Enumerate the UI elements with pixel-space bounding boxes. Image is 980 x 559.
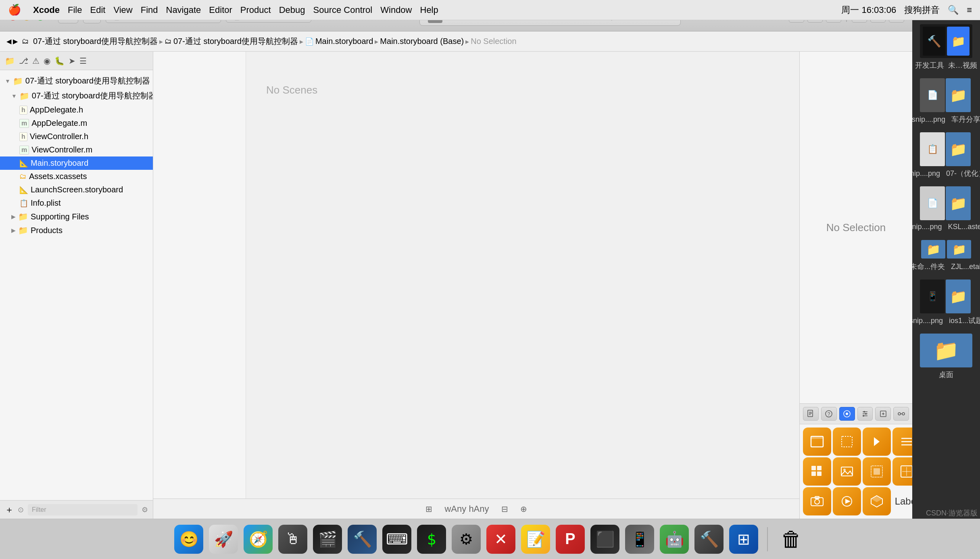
file-icon-h2: h: [19, 132, 27, 141]
dock-xmind[interactable]: ✕: [486, 525, 515, 554]
menu-debug[interactable]: Debug: [279, 5, 305, 15]
storyboard-bottom-bar: ⊞ wAny hAny ⊟ ⊕: [153, 499, 799, 519]
file-viewcontroller-m[interactable]: m ViewController.m: [0, 143, 153, 156]
dock-iphone-backup[interactable]: 📱: [625, 525, 654, 554]
file-launchscreen[interactable]: 📐 LaunchScreen.storyboard: [0, 183, 153, 196]
lib-container-view[interactable]: [863, 457, 891, 486]
search-filter-input[interactable]: Filter: [28, 504, 138, 515]
storyboard-editor: No Scenes ⊞ wAny hAny ⊟ ⊕: [153, 52, 799, 519]
lib-view-controller[interactable]: [803, 428, 831, 456]
gear-icon[interactable]: ⚙: [142, 505, 148, 514]
lib-table-view[interactable]: [892, 428, 912, 456]
desktop-item-ios1[interactable]: 📱 📁 snip....png ios1...试题: [912, 275, 980, 330]
dock-safari[interactable]: 🧭: [244, 525, 273, 554]
log-icon[interactable]: ☰: [79, 56, 87, 66]
lib-scenekit[interactable]: [863, 487, 891, 515]
breadcrumb-nav-left[interactable]: ◀: [6, 38, 11, 45]
menu-find[interactable]: Find: [141, 5, 158, 15]
lib-label-item[interactable]: Label: [892, 487, 912, 515]
debug-icon[interactable]: 🐛: [54, 56, 65, 66]
storyboard-canvas[interactable]: No Scenes: [246, 52, 799, 499]
warning-icon[interactable]: ⚠: [32, 56, 40, 66]
file-main-storyboard[interactable]: 📐 Main.storyboard: [0, 156, 153, 170]
size-inspector-tab[interactable]: [875, 407, 891, 421]
dock-xcode[interactable]: 🔨: [348, 525, 377, 554]
tree-root[interactable]: ▼ 📁 07-通过 storyboard使用导航控制器: [0, 73, 153, 88]
dock-pp-assistant[interactable]: P: [556, 525, 585, 554]
quick-help-tab[interactable]: ?: [821, 407, 837, 421]
svg-point-44: [843, 469, 846, 471]
dock-blackberry[interactable]: ⬛: [590, 525, 619, 554]
menubar-search-icon[interactable]: 🔍: [948, 5, 959, 15]
breakpoint-icon[interactable]: ➤: [69, 56, 75, 66]
dock-scripter[interactable]: ⌨: [382, 525, 411, 554]
menu-source-control[interactable]: Source Control: [313, 5, 373, 15]
dock-trash[interactable]: 🗑: [777, 525, 806, 554]
file-appdelegate-m[interactable]: m AppDelegate.m: [0, 117, 153, 130]
breadcrumb-item-2[interactable]: 07-通过 storyboard使用导航控制器: [173, 36, 298, 47]
filter-icon[interactable]: ⊙: [18, 505, 24, 514]
connections-inspector-tab[interactable]: [893, 407, 909, 421]
breadcrumb-item-1[interactable]: 07-通过 storyboard使用导航控制器: [33, 36, 158, 47]
constraints-icon[interactable]: ⊟: [501, 504, 508, 514]
menu-file[interactable]: File: [68, 5, 82, 15]
menu-navigate[interactable]: Navigate: [166, 5, 201, 15]
dock-terminal[interactable]: $: [417, 525, 446, 554]
breadcrumb-item-3[interactable]: Main.storyboard: [315, 37, 373, 46]
branch-icon[interactable]: ⎇: [19, 56, 28, 66]
dock-system-prefs[interactable]: ⚙: [452, 525, 481, 554]
dock-qreate[interactable]: ⊞: [729, 525, 758, 554]
dock-android[interactable]: 🤖: [660, 525, 689, 554]
folder-products[interactable]: ▶ 📁 Products: [0, 223, 153, 237]
folder-supporting-files[interactable]: ▶ 📁 Supporting Files: [0, 210, 153, 223]
add-file-button[interactable]: ＋: [5, 504, 14, 516]
dock-quicktime[interactable]: 🎬: [313, 525, 342, 554]
file-inspector-tab[interactable]: [803, 407, 819, 421]
desktop-item-devtools[interactable]: 🔨 📁 开发工具 未…视频: [912, 20, 980, 74]
dock-notes[interactable]: 📝: [521, 525, 550, 554]
menu-view[interactable]: View: [113, 5, 132, 15]
zoom-icon[interactable]: ⊕: [520, 504, 527, 514]
lib-image-view[interactable]: [833, 457, 861, 486]
desktop-item-07[interactable]: 📋 📁 snip....png 07-（优化）: [912, 128, 980, 182]
desktop-item-ksl[interactable]: 📄 📁 snip....png KSL...aster: [912, 182, 980, 235]
dock-finder[interactable]: 😊: [174, 525, 203, 554]
menu-editor[interactable]: Editor: [209, 5, 232, 15]
attributes-inspector-tab[interactable]: [857, 407, 873, 421]
svg-rect-42: [817, 471, 822, 476]
desktop-item-folder1[interactable]: 📁 📁 未命...件夹 ZJL...etail: [912, 235, 980, 275]
lib-media-player[interactable]: [833, 487, 861, 515]
menu-product[interactable]: Product: [240, 5, 271, 15]
menubar-input-method[interactable]: 搜狗拼音: [904, 4, 940, 16]
menu-help[interactable]: Help: [420, 5, 438, 15]
dock-launchpad[interactable]: 🚀: [209, 525, 238, 554]
apple-menu[interactable]: 🍎: [8, 4, 21, 16]
menubar-menu-icon[interactable]: ≡: [967, 5, 972, 15]
desktop-item-chetan[interactable]: 📄 📁 snip....png 车丹分享: [912, 74, 980, 128]
lib-selection[interactable]: [833, 428, 861, 456]
file-assets[interactable]: 🗂 Assets.xcassets: [0, 170, 153, 183]
view-options-icon[interactable]: ⊞: [425, 504, 432, 514]
dock-mouse[interactable]: 🖱: [278, 525, 307, 554]
menu-edit[interactable]: Edit: [90, 5, 105, 15]
lib-scroll-view[interactable]: [892, 457, 912, 486]
test-icon[interactable]: ◉: [44, 56, 50, 66]
ios1-label: snip....png ios1...试题: [912, 316, 980, 325]
menu-xcode[interactable]: Xcode: [33, 5, 60, 15]
breadcrumb-item-4[interactable]: Main.storyboard (Base): [380, 37, 464, 46]
dock-xcode-backup[interactable]: 🔨: [694, 525, 724, 554]
lib-camera[interactable]: [803, 487, 831, 515]
breadcrumb-nav-right[interactable]: ▶: [13, 38, 18, 45]
breadcrumb-sep-3: ▸: [375, 37, 378, 46]
identity-inspector-tab[interactable]: [839, 407, 855, 421]
desktop-item-desktop[interactable]: 📁 桌面: [912, 330, 980, 384]
lib-nav-controller[interactable]: [863, 428, 891, 456]
menu-window[interactable]: Window: [380, 5, 412, 15]
tree-project[interactable]: ▼ 📁 07-通过 storyboard使用导航控制器: [0, 88, 153, 103]
file-viewcontroller-h[interactable]: h ViewController.h: [0, 130, 153, 143]
lib-collection-view[interactable]: [803, 457, 831, 486]
folder-icon[interactable]: 📁: [5, 56, 15, 66]
devtools-label: 开发工具 未…视频: [915, 60, 977, 70]
file-appdelegate-h[interactable]: h AppDelegate.h: [0, 103, 153, 117]
file-info-plist[interactable]: 📋 Info.plist: [0, 196, 153, 210]
